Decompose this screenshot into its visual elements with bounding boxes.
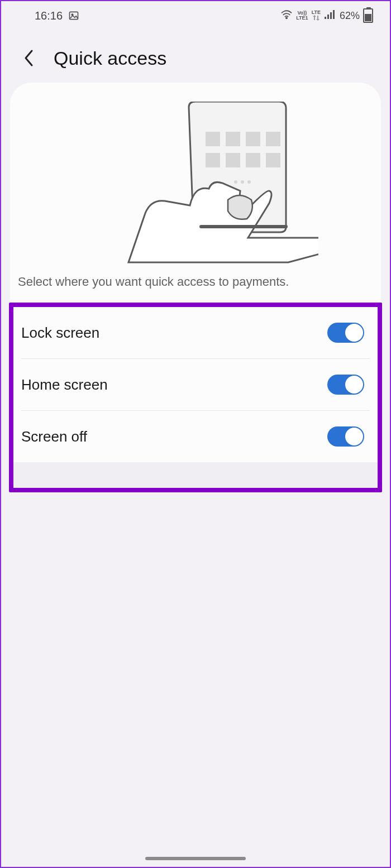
- status-left: 16:16: [35, 9, 79, 22]
- svg-rect-13: [246, 153, 260, 167]
- setting-screen-off[interactable]: Screen off: [13, 411, 378, 462]
- description-text: Select where you want quick access to pa…: [10, 263, 381, 303]
- svg-rect-12: [226, 153, 240, 167]
- svg-rect-11: [206, 153, 220, 167]
- svg-rect-9: [246, 132, 260, 146]
- signal-icon: [324, 9, 336, 22]
- settings-highlight: Lock screen Home screen Screen off: [9, 303, 382, 492]
- svg-point-17: [234, 180, 237, 184]
- battery-icon: [363, 8, 373, 23]
- page-title: Quick access: [54, 47, 166, 69]
- nav-handle[interactable]: [145, 857, 246, 860]
- status-time: 16:16: [35, 9, 63, 22]
- svg-rect-3: [325, 17, 326, 19]
- svg-rect-7: [206, 132, 220, 146]
- lte-label: LTE: [312, 10, 321, 15]
- svg-rect-14: [266, 153, 280, 167]
- wifi-icon: [280, 9, 293, 22]
- image-indicator-icon: [68, 10, 79, 21]
- battery-text: 62%: [340, 10, 360, 22]
- illustration: [10, 102, 381, 263]
- setting-label: Lock screen: [21, 324, 99, 342]
- lte-indicator: LTE: [312, 10, 321, 22]
- setting-label: Home screen: [21, 376, 108, 394]
- svg-rect-6: [333, 10, 335, 19]
- data-arrows-icon: [312, 15, 320, 22]
- svg-point-18: [241, 180, 244, 184]
- status-right: Vo)) LTE1 LTE 62%: [280, 8, 373, 23]
- volte-bot: LTE1: [296, 16, 308, 21]
- svg-rect-4: [327, 15, 329, 19]
- svg-rect-8: [226, 132, 240, 146]
- svg-point-2: [286, 17, 287, 18]
- app-header: Quick access: [1, 30, 390, 83]
- back-button[interactable]: [18, 47, 40, 69]
- svg-rect-5: [330, 12, 332, 19]
- toggle-screen-off[interactable]: [327, 426, 364, 447]
- volte-indicator: Vo)) LTE1: [296, 11, 308, 21]
- setting-label: Screen off: [21, 428, 87, 445]
- svg-rect-10: [266, 132, 280, 146]
- setting-lock-screen[interactable]: Lock screen: [13, 307, 378, 358]
- status-bar: 16:16 Vo)) LTE1 LTE: [1, 1, 390, 30]
- toggle-lock-screen[interactable]: [327, 323, 364, 343]
- svg-point-19: [247, 180, 251, 184]
- content-card: Select where you want quick access to pa…: [10, 83, 381, 492]
- toggle-home-screen[interactable]: [327, 375, 364, 395]
- highlight-footer: [13, 462, 378, 488]
- setting-home-screen[interactable]: Home screen: [13, 359, 378, 410]
